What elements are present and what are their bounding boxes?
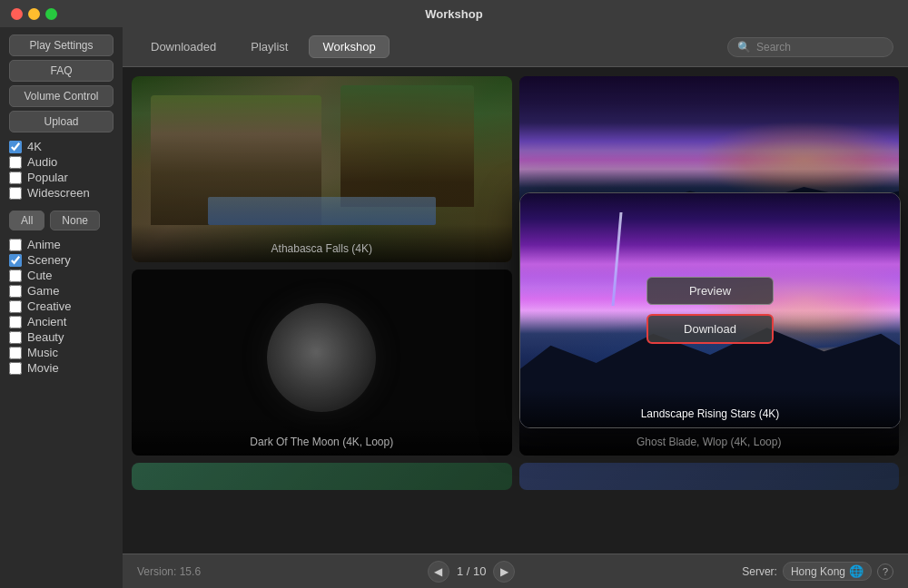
window-title: Workshop — [425, 7, 482, 21]
filter-popular[interactable]: Popular — [9, 171, 114, 184]
globe-icon: 🌐 — [849, 564, 864, 578]
page-indicator: 1 / 10 — [457, 564, 487, 578]
minimize-button[interactable] — [28, 8, 40, 20]
all-none-buttons: All None — [9, 211, 114, 230]
sidebar: Play Settings FAQ Volume Control Upload … — [0, 27, 123, 588]
tag-movie[interactable]: Movie — [9, 361, 114, 375]
filter-audio[interactable]: Audio — [9, 155, 114, 169]
tag-music[interactable]: Music — [9, 346, 114, 359]
tag-anime[interactable]: Anime — [9, 238, 114, 251]
filter-widescreen[interactable]: Widescreen — [9, 186, 114, 200]
traffic-lights — [11, 8, 57, 20]
help-button[interactable]: ? — [877, 564, 893, 580]
server-area: Server: Hong Kong 🌐 ? — [742, 562, 893, 581]
filter-4k[interactable]: 4K — [9, 140, 114, 153]
tag-beauty[interactable]: Beauty — [9, 330, 114, 344]
popup-label: Landscape Rising Stars (4K) — [520, 389, 900, 427]
search-box[interactable]: 🔍 — [727, 37, 893, 57]
prev-page-button[interactable]: ◀ — [428, 561, 449, 583]
preview-button[interactable]: Preview — [646, 277, 774, 305]
content-wrapper: Athabasca Falls (4K) Landscape Rising St… — [123, 67, 908, 554]
title-bar: Workshop — [0, 0, 908, 27]
popup-card: Preview Download Landscape Rising Stars … — [519, 192, 901, 428]
tag-creative[interactable]: Creative — [9, 299, 114, 313]
server-select[interactable]: Hong Kong 🌐 — [783, 562, 872, 581]
popup-buttons: Preview Download — [646, 277, 774, 344]
none-button[interactable]: None — [50, 211, 100, 230]
tag-ancient[interactable]: Ancient — [9, 315, 114, 328]
search-input[interactable] — [756, 41, 883, 54]
top-bar: Downloaded Playlist Workshop 🔍 — [123, 27, 908, 67]
maximize-button[interactable] — [45, 8, 57, 20]
download-button[interactable]: Download — [646, 314, 774, 344]
bottom-bar: Version: 15.6 ◀ 1 / 10 ▶ Server: Hong Ko… — [123, 554, 908, 588]
play-settings-button[interactable]: Play Settings — [9, 34, 114, 56]
next-page-button[interactable]: ▶ — [493, 561, 515, 583]
close-button[interactable] — [11, 8, 23, 20]
faq-button[interactable]: FAQ — [9, 60, 114, 82]
pagination: ◀ 1 / 10 ▶ — [428, 561, 516, 583]
tag-scenery[interactable]: Scenery — [9, 253, 114, 267]
tab-playlist[interactable]: Playlist — [237, 35, 301, 58]
server-label: Server: — [742, 565, 777, 578]
tab-downloaded[interactable]: Downloaded — [137, 35, 230, 58]
all-button[interactable]: All — [9, 211, 44, 230]
tab-workshop[interactable]: Workshop — [309, 35, 389, 58]
filter-checkboxes: 4K Audio Popular Widescreen — [9, 140, 114, 200]
upload-button[interactable]: Upload — [9, 111, 114, 132]
server-value: Hong Kong — [791, 565, 845, 578]
version-text: Version: 15.6 — [137, 565, 201, 578]
search-icon: 🔍 — [737, 41, 751, 54]
volume-control-button[interactable]: Volume Control — [9, 85, 114, 107]
tag-checkboxes: Anime Scenery Cute Game Creative Ancient — [9, 238, 114, 375]
tag-game[interactable]: Game — [9, 284, 114, 298]
tag-cute[interactable]: Cute — [9, 269, 114, 282]
popup-overlay: Preview Download Landscape Rising Stars … — [123, 67, 908, 554]
popup-image: Preview Download Landscape Rising Stars … — [520, 193, 900, 427]
